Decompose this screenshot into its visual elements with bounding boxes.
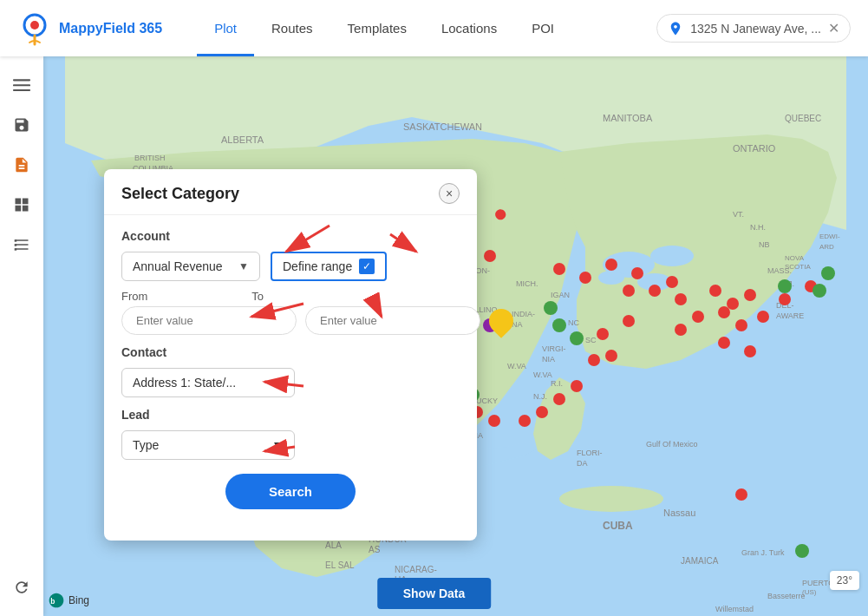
sidebar-save-btn[interactable] bbox=[6, 109, 37, 141]
svg-point-99 bbox=[649, 285, 661, 297]
lead-type-value: Type bbox=[133, 438, 159, 452]
svg-rect-5 bbox=[15, 239, 17, 242]
lead-section-label: Lead bbox=[121, 408, 460, 422]
svg-point-13 bbox=[559, 486, 663, 512]
sidebar-refresh-btn[interactable] bbox=[6, 572, 37, 603]
svg-point-138 bbox=[544, 301, 558, 315]
account-row: Annual Revenue ▼ Define range ✓ bbox=[121, 252, 460, 281]
close-search-icon[interactable]: ✕ bbox=[828, 20, 839, 36]
nav-templates[interactable]: Templates bbox=[330, 0, 424, 56]
svg-point-94 bbox=[553, 263, 565, 275]
define-range-box: Define range ✓ bbox=[271, 252, 387, 281]
nav-plot[interactable]: Plot bbox=[197, 0, 254, 56]
zoom-controls: 23° bbox=[830, 571, 859, 590]
svg-rect-6 bbox=[15, 244, 17, 246]
svg-text:SCOTIA: SCOTIA bbox=[785, 263, 811, 271]
sidebar-doc-btn[interactable] bbox=[6, 149, 37, 180]
define-range-checkbox[interactable]: ✓ bbox=[359, 259, 375, 274]
nav-poi[interactable]: POI bbox=[514, 0, 571, 56]
svg-point-97 bbox=[631, 267, 643, 279]
svg-text:NIA: NIA bbox=[542, 355, 555, 364]
svg-text:BRITISH: BRITISH bbox=[134, 154, 166, 162]
svg-text:FLORI-: FLORI- bbox=[577, 449, 603, 457]
header: MappyField 365 Plot Routes Templates Loc… bbox=[0, 0, 868, 56]
svg-text:N.H.: N.H. bbox=[750, 223, 766, 232]
show-data-button[interactable]: Show Data bbox=[377, 578, 492, 609]
svg-text:W.VA: W.VA bbox=[533, 370, 552, 379]
bing-watermark: b Bing bbox=[48, 592, 89, 609]
header-search-bar[interactable]: 1325 N Janeway Ave, ... ✕ bbox=[656, 14, 851, 43]
svg-text:AWARE: AWARE bbox=[776, 311, 804, 320]
svg-text:ALA: ALA bbox=[325, 541, 342, 550]
lead-type-dropdown[interactable]: Type ▼ bbox=[121, 430, 295, 460]
svg-point-111 bbox=[744, 345, 756, 357]
svg-point-149 bbox=[778, 279, 792, 293]
svg-point-115 bbox=[605, 350, 617, 362]
contact-section-label: Contact bbox=[121, 345, 460, 359]
svg-text:IGAN: IGAN bbox=[551, 291, 570, 299]
modal-close-button[interactable]: × bbox=[439, 183, 460, 204]
modal-body: Account Annual Revenue ▼ Define range ✓ … bbox=[104, 215, 477, 523]
svg-point-110 bbox=[718, 337, 730, 349]
logo-area: MappyField 365 bbox=[17, 11, 162, 46]
lead-row: Type ▼ bbox=[121, 430, 460, 460]
svg-text:EDWI-: EDWI- bbox=[819, 233, 840, 240]
svg-point-146 bbox=[795, 544, 809, 558]
svg-point-134 bbox=[735, 488, 747, 501]
app-name: MappyField 365 bbox=[59, 21, 162, 36]
svg-point-114 bbox=[588, 354, 600, 366]
svg-point-108 bbox=[692, 311, 704, 323]
svg-text:Nassau: Nassau bbox=[663, 508, 695, 518]
svg-text:Gran J. Turk: Gran J. Turk bbox=[741, 548, 785, 557]
svg-rect-2 bbox=[13, 79, 30, 81]
search-button[interactable]: Search bbox=[225, 474, 356, 509]
svg-point-120 bbox=[488, 415, 500, 427]
svg-text:EL SAL: EL SAL bbox=[325, 560, 355, 570]
svg-text:JAMAICA: JAMAICA bbox=[681, 556, 719, 566]
address-state-value: Address 1: State/... bbox=[133, 376, 236, 390]
svg-text:R.I.: R.I. bbox=[551, 379, 563, 388]
svg-rect-4 bbox=[13, 89, 30, 91]
svg-point-106 bbox=[735, 319, 747, 331]
svg-point-148 bbox=[813, 284, 826, 298]
to-label: To bbox=[251, 290, 264, 303]
from-value-input[interactable] bbox=[121, 306, 297, 335]
bing-icon: b bbox=[48, 592, 65, 609]
svg-point-10 bbox=[650, 246, 694, 266]
address-state-dropdown[interactable]: Address 1: State/... ▼ bbox=[121, 368, 295, 397]
svg-text:SC: SC bbox=[585, 336, 597, 344]
sidebar-list-btn[interactable] bbox=[6, 229, 37, 260]
to-value-input[interactable] bbox=[305, 306, 480, 335]
annual-revenue-dropdown[interactable]: Annual Revenue ▼ bbox=[121, 252, 260, 281]
svg-point-105 bbox=[718, 306, 730, 318]
svg-point-107 bbox=[757, 311, 769, 323]
svg-text:Basseterre: Basseterre bbox=[767, 592, 806, 600]
svg-text:ONTARIO: ONTARIO bbox=[733, 143, 776, 154]
svg-text:b: b bbox=[50, 597, 55, 606]
svg-point-140 bbox=[570, 331, 584, 345]
nav-locations[interactable]: Locations bbox=[424, 0, 514, 56]
svg-point-93 bbox=[484, 250, 496, 262]
svg-point-12 bbox=[598, 271, 624, 285]
svg-point-147 bbox=[821, 266, 835, 280]
svg-point-102 bbox=[709, 285, 721, 297]
svg-point-1 bbox=[30, 21, 39, 29]
annual-revenue-chevron-icon: ▼ bbox=[238, 260, 249, 272]
sidebar-menu-btn[interactable] bbox=[6, 69, 37, 101]
svg-text:QUEBEC: QUEBEC bbox=[785, 114, 821, 123]
svg-text:VT.: VT. bbox=[733, 210, 744, 219]
svg-point-119 bbox=[519, 415, 531, 427]
svg-text:ALBERTA: ALBERTA bbox=[221, 134, 264, 145]
svg-point-109 bbox=[675, 324, 687, 336]
define-range-label: Define range bbox=[283, 259, 352, 273]
svg-text:NB: NB bbox=[759, 240, 770, 249]
sidebar-grid-btn[interactable] bbox=[6, 189, 37, 220]
select-category-modal: Select Category × Account Annual Revenue… bbox=[104, 169, 477, 541]
modal-header: Select Category × bbox=[104, 169, 477, 215]
svg-point-118 bbox=[536, 406, 548, 418]
account-section-label: Account bbox=[121, 229, 460, 243]
svg-text:VIRGI-: VIRGI- bbox=[542, 344, 566, 353]
nav-routes[interactable]: Routes bbox=[254, 0, 330, 56]
svg-point-139 bbox=[552, 318, 566, 332]
location-pin-icon bbox=[668, 21, 683, 36]
